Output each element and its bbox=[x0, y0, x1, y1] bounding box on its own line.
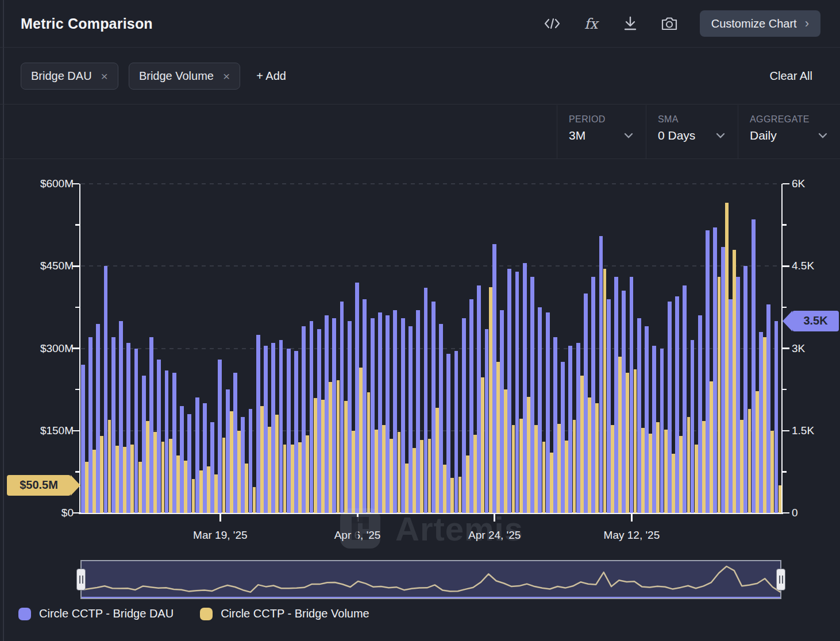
bar-volume[interactable] bbox=[603, 269, 607, 513]
bar-volume[interactable] bbox=[382, 425, 386, 513]
bar-dau[interactable] bbox=[645, 326, 649, 513]
bar-dau[interactable] bbox=[743, 266, 747, 513]
bar-dau[interactable] bbox=[546, 312, 550, 513]
bar-volume[interactable] bbox=[367, 392, 371, 513]
bar-volume[interactable] bbox=[695, 445, 698, 513]
close-icon[interactable]: × bbox=[101, 69, 108, 83]
bar-dau[interactable] bbox=[386, 315, 390, 513]
embed-code-icon[interactable] bbox=[544, 15, 561, 32]
bar-volume[interactable] bbox=[352, 431, 355, 513]
bar-volume[interactable] bbox=[679, 436, 683, 513]
bar-volume[interactable] bbox=[253, 487, 256, 513]
bar-volume[interactable] bbox=[573, 420, 576, 513]
bar-dau[interactable] bbox=[271, 343, 275, 513]
bar-dau[interactable] bbox=[233, 373, 237, 513]
bar-dau[interactable] bbox=[249, 409, 253, 513]
bar-volume[interactable] bbox=[756, 391, 759, 513]
bar-dau[interactable] bbox=[134, 349, 138, 513]
bar-dau[interactable] bbox=[675, 296, 679, 513]
bar-dau[interactable] bbox=[210, 422, 214, 513]
bar-dau[interactable] bbox=[530, 277, 534, 513]
download-icon[interactable] bbox=[622, 15, 639, 32]
bar-volume[interactable] bbox=[321, 400, 325, 513]
bar-dau[interactable] bbox=[165, 370, 169, 513]
bar-volume[interactable] bbox=[146, 421, 149, 513]
camera-icon[interactable] bbox=[661, 15, 678, 32]
bar-volume[interactable] bbox=[169, 439, 172, 513]
chart-plot-area[interactable]: Artemis $600M6K$450M4.5K$300M3K$150M1.5K… bbox=[0, 159, 840, 560]
bar-dau[interactable] bbox=[584, 294, 588, 513]
bar-dau[interactable] bbox=[401, 318, 405, 513]
bar-dau[interactable] bbox=[439, 324, 443, 513]
legend-item-bridge-volume[interactable]: Circle CCTP - Bridge Volume bbox=[200, 607, 369, 620]
bar-dau[interactable] bbox=[142, 376, 146, 513]
bar-dau[interactable] bbox=[523, 263, 527, 513]
bar-volume[interactable] bbox=[611, 425, 614, 513]
bar-dau[interactable] bbox=[371, 318, 375, 513]
bar-dau[interactable] bbox=[157, 360, 161, 513]
bar-volume[interactable] bbox=[115, 446, 119, 513]
bar-dau[interactable] bbox=[576, 343, 580, 513]
bar-dau[interactable] bbox=[325, 315, 329, 513]
bar-dau[interactable] bbox=[431, 302, 436, 513]
close-icon[interactable]: × bbox=[223, 69, 230, 83]
bar-dau[interactable] bbox=[454, 351, 458, 513]
bar-dau[interactable] bbox=[409, 326, 413, 513]
bar-volume[interactable] bbox=[473, 435, 477, 513]
bar-volume[interactable] bbox=[123, 447, 126, 513]
bar-dau[interactable] bbox=[126, 343, 130, 513]
bar-dau[interactable] bbox=[81, 365, 85, 513]
bar-dau[interactable] bbox=[302, 326, 306, 513]
bar-dau[interactable] bbox=[195, 397, 199, 513]
bar-volume[interactable] bbox=[763, 337, 766, 513]
bar-volume[interactable] bbox=[230, 411, 233, 513]
formula-icon[interactable]: fx bbox=[583, 15, 600, 32]
bar-volume[interactable] bbox=[656, 422, 660, 513]
bar-volume[interactable] bbox=[702, 421, 706, 513]
bar-dau[interactable] bbox=[553, 337, 557, 513]
bar-volume[interactable] bbox=[527, 397, 530, 513]
bar-volume[interactable] bbox=[314, 398, 317, 513]
bar-dau[interactable] bbox=[660, 349, 664, 513]
bar-dau[interactable] bbox=[507, 269, 511, 513]
bar-volume[interactable] bbox=[359, 368, 363, 513]
bar-dau[interactable] bbox=[310, 321, 314, 513]
bar-dau[interactable] bbox=[766, 304, 770, 513]
bar-dau[interactable] bbox=[88, 337, 93, 513]
bar-volume[interactable] bbox=[641, 428, 645, 513]
bar-dau[interactable] bbox=[713, 227, 717, 513]
bar-volume[interactable] bbox=[748, 409, 752, 513]
bar-volume[interactable] bbox=[237, 431, 241, 513]
bar-volume[interactable] bbox=[283, 445, 287, 513]
chip-bridge-volume[interactable]: Bridge Volume × bbox=[129, 63, 240, 90]
bar-dau[interactable] bbox=[652, 346, 656, 513]
bar-dau[interactable] bbox=[149, 337, 153, 513]
bar-volume[interactable] bbox=[542, 442, 546, 513]
bar-volume[interactable] bbox=[450, 478, 454, 513]
bar-dau[interactable] bbox=[264, 346, 268, 513]
bar-dau[interactable] bbox=[500, 310, 504, 513]
bar-dau[interactable] bbox=[775, 321, 779, 513]
bar-dau[interactable] bbox=[622, 291, 626, 513]
bar-volume[interactable] bbox=[268, 427, 271, 513]
bar-dau[interactable] bbox=[538, 307, 542, 513]
bar-volume[interactable] bbox=[108, 420, 111, 513]
bar-volume[interactable] bbox=[595, 403, 599, 513]
bar-volume[interactable] bbox=[519, 419, 523, 513]
bar-dau[interactable] bbox=[226, 389, 230, 513]
bar-volume[interactable] bbox=[649, 434, 652, 513]
bar-volume[interactable] bbox=[687, 417, 691, 513]
bar-dau[interactable] bbox=[698, 315, 702, 513]
bar-dau[interactable] bbox=[721, 247, 725, 513]
chip-bridge-dau[interactable]: Bridge DAU × bbox=[21, 63, 118, 90]
bar-dau[interactable] bbox=[691, 340, 695, 513]
bar-volume[interactable] bbox=[496, 362, 500, 513]
bar-volume[interactable] bbox=[375, 430, 378, 513]
bar-dau[interactable] bbox=[256, 335, 260, 513]
bar-volume[interactable] bbox=[214, 474, 218, 513]
bar-volume[interactable] bbox=[626, 373, 629, 513]
bar-volume[interactable] bbox=[634, 369, 637, 513]
bar-volume[interactable] bbox=[481, 377, 484, 513]
bar-dau[interactable] bbox=[462, 318, 466, 513]
bar-dau[interactable] bbox=[104, 266, 108, 513]
